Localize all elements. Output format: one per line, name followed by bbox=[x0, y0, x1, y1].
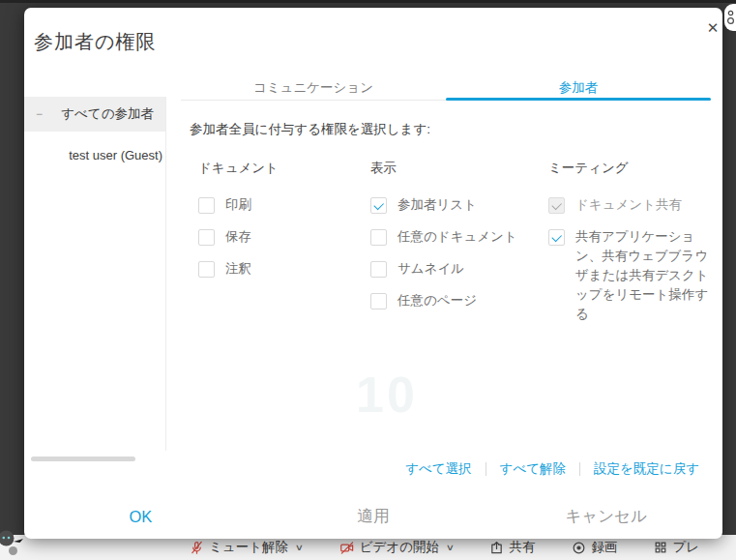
checkbox-unchecked[interactable] bbox=[370, 229, 387, 246]
clear-all-link[interactable]: すべて解除 bbox=[486, 460, 579, 478]
apply-button[interactable]: 適用 bbox=[257, 506, 490, 527]
collapse-icon[interactable]: − bbox=[36, 97, 43, 132]
participant-list: −すべての参加者test user (Guest) bbox=[24, 97, 166, 167]
column-header: ドキュメント bbox=[198, 160, 361, 177]
video-off-icon bbox=[339, 541, 355, 555]
close-icon[interactable]: ✕ bbox=[701, 16, 724, 40]
toolbar-start-video-button[interactable]: ビデオの開始∨ bbox=[339, 539, 454, 556]
sidebar-item-label: test user (Guest) bbox=[69, 148, 162, 162]
chevron-down-icon[interactable]: ∨ bbox=[295, 543, 304, 552]
toolbar-record-button[interactable]: 録画 bbox=[572, 539, 617, 556]
checkbox-unchecked[interactable] bbox=[370, 261, 387, 278]
chevron-down-icon[interactable]: ∨ bbox=[445, 543, 454, 552]
sidebar-horizontal-scrollbar[interactable] bbox=[31, 457, 135, 461]
checkbox-label: サムネイル bbox=[397, 259, 464, 279]
checkbox-checked[interactable] bbox=[548, 229, 565, 246]
action-links: すべて選択すべて解除設定を既定に戻す bbox=[392, 460, 699, 478]
edge-peek-panel-icon[interactable] bbox=[724, 4, 736, 31]
permission-checkbox-row[interactable]: 任意のページ bbox=[370, 293, 543, 310]
select-all-link[interactable]: すべて選択 bbox=[392, 460, 485, 478]
reset-defaults-link[interactable]: 設定を既定に戻す bbox=[580, 460, 699, 478]
toolbar-button-label: 共有 bbox=[509, 539, 535, 556]
column-header: 表示 bbox=[370, 160, 543, 177]
permission-checkbox-row: ドキュメント共有 bbox=[548, 197, 713, 215]
checkbox-label: 任意のドキュメント bbox=[397, 227, 517, 247]
permission-checkbox-row[interactable]: サムネイル bbox=[370, 261, 543, 279]
sidebar-item-label: すべての参加者 bbox=[61, 106, 154, 121]
dialog-title: 参加者の権限 bbox=[34, 29, 156, 55]
permission-checkbox-row[interactable]: 印刷 bbox=[198, 197, 361, 215]
permission-checkbox-row[interactable]: 保存 bbox=[198, 229, 361, 247]
permission-column: ミーティングドキュメント共有共有アプリケーション、共有ウェブブラウザまたは共有デ… bbox=[548, 160, 713, 339]
checkbox-label: 保存 bbox=[225, 227, 251, 247]
mic-off-icon bbox=[190, 541, 204, 555]
grid-icon bbox=[654, 541, 667, 554]
permission-checkbox-row[interactable]: 共有アプリケーション、共有ウェブブラウザまたは共有デスクトップをリモート操作する bbox=[548, 229, 713, 324]
permission-checkbox-row[interactable]: 注釈 bbox=[198, 261, 361, 279]
active-tab-underline bbox=[446, 98, 711, 101]
checkbox-checked[interactable] bbox=[370, 197, 387, 214]
toolbar-share-button[interactable]: 共有 bbox=[489, 539, 535, 556]
toolbar-presentation-button[interactable]: プレ bbox=[654, 539, 699, 556]
checkbox-label: 印刷 bbox=[225, 195, 251, 215]
instruction-text: 参加者全員に付与する権限を選択します: bbox=[190, 121, 430, 138]
participant-privileges-dialog: 参加者の権限 ✕ −すべての参加者test user (Guest) コミュニケ… bbox=[24, 8, 722, 539]
permission-column: ドキュメント印刷保存注釈 bbox=[198, 160, 361, 293]
sidebar-item-all-participants[interactable]: −すべての参加者 bbox=[24, 97, 166, 132]
permission-checkbox-row[interactable]: 参加者リスト bbox=[370, 197, 543, 215]
checkbox-label: 任意のページ bbox=[397, 291, 477, 310]
window-top-edge bbox=[0, 0, 736, 3]
share-icon bbox=[489, 541, 504, 555]
checkbox-label: 注釈 bbox=[225, 259, 251, 279]
cancel-button[interactable]: キャンセル bbox=[489, 506, 722, 527]
tab-communication[interactable]: コミュニケーション bbox=[181, 77, 446, 101]
record-icon bbox=[572, 541, 586, 555]
toolbar-button-label: 録画 bbox=[591, 539, 617, 556]
checkbox-unchecked[interactable] bbox=[198, 261, 215, 278]
toolbar-unmute-button[interactable]: ミュート解除∨ bbox=[190, 539, 303, 556]
sidebar-divider bbox=[165, 97, 166, 451]
column-header: ミーティング bbox=[548, 160, 713, 177]
toolbar-button-label: ミュート解除 bbox=[209, 539, 288, 556]
ok-button[interactable]: OK bbox=[24, 508, 257, 526]
checkbox-unchecked[interactable] bbox=[198, 197, 215, 214]
checkbox-unchecked[interactable] bbox=[370, 293, 387, 309]
checkbox-unchecked[interactable] bbox=[198, 229, 215, 246]
permission-column: 表示参加者リスト任意のドキュメントサムネイル任意のページ bbox=[370, 160, 543, 325]
checkbox-label: 参加者リスト bbox=[397, 195, 477, 215]
dialog-footer: OK適用キャンセル bbox=[24, 494, 722, 539]
checkbox-label: ドキュメント共有 bbox=[575, 195, 682, 215]
checkbox-checked bbox=[548, 197, 565, 214]
page-number-watermark: 10 bbox=[356, 366, 418, 424]
cursor-arrow bbox=[14, 532, 25, 549]
toolbar-button-label: ビデオの開始 bbox=[360, 539, 439, 556]
permission-checkbox-row[interactable]: 任意のドキュメント bbox=[370, 229, 543, 247]
sidebar-item-test-user[interactable]: test user (Guest) bbox=[24, 144, 166, 167]
checkbox-label: 共有アプリケーション、共有ウェブブラウザまたは共有デスクトップをリモート操作する bbox=[575, 227, 713, 324]
toolbar-button-label: プレ bbox=[672, 539, 699, 556]
